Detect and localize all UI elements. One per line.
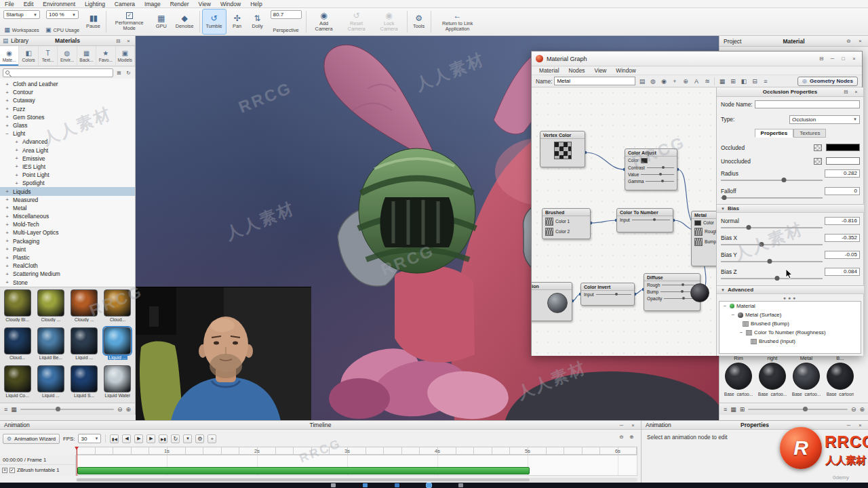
material-thumbnail[interactable]: Cloud... bbox=[1, 326, 34, 364]
track-row-label[interactable]: + ✓ ZBrush turntable 1 bbox=[0, 465, 75, 475]
expander-icon[interactable]: + bbox=[14, 147, 20, 153]
menu-nodes[interactable]: Nodes bbox=[564, 67, 590, 74]
menu-camera[interactable]: Camera bbox=[110, 1, 140, 7]
tree-item-selected[interactable]: +Liquids bbox=[0, 187, 135, 195]
zoom-out-icon[interactable]: ⊖ bbox=[117, 406, 123, 413]
mini-slider[interactable] bbox=[632, 220, 670, 220]
save-icon[interactable]: ▤ bbox=[637, 77, 646, 85]
turntable-animation-bar[interactable] bbox=[77, 467, 530, 474]
menu-render[interactable]: Render bbox=[165, 1, 194, 7]
add-keyframe-button[interactable]: + bbox=[208, 434, 216, 443]
bias-section-header[interactable]: ▼Bias bbox=[717, 204, 864, 213]
material-thumbnail[interactable]: Liquid Be... bbox=[34, 326, 67, 364]
radius-value[interactable]: 0.282 bbox=[825, 169, 860, 178]
mini-slider[interactable] bbox=[596, 294, 631, 295]
reset-camera-button[interactable]: ↺Reset Camera bbox=[341, 9, 372, 35]
performance-mode-button[interactable]: ✓Performance Mode bbox=[108, 9, 151, 35]
cpu-usage-select[interactable]: 100 %▼ bbox=[46, 10, 79, 19]
zoom-in-icon[interactable]: ⊕ bbox=[628, 433, 635, 441]
list-icon[interactable]: ≡ bbox=[761, 77, 770, 85]
close-icon[interactable]: × bbox=[850, 55, 858, 62]
normal-value[interactable]: -0.816 bbox=[825, 217, 860, 225]
bias-x-value[interactable]: -0.352 bbox=[825, 234, 860, 242]
mini-slider[interactable] bbox=[647, 167, 674, 168]
color-swatch[interactable] bbox=[694, 220, 701, 226]
tree-item[interactable]: +Stone bbox=[0, 279, 135, 287]
bias-x-slider[interactable] bbox=[721, 244, 823, 245]
expander-icon[interactable]: − bbox=[722, 303, 728, 309]
taskbar-app-icon-active[interactable] bbox=[427, 483, 431, 487]
thumbnail-size-slider[interactable] bbox=[20, 409, 114, 410]
list-view-icon[interactable]: ≡ bbox=[4, 406, 7, 413]
material-sphere[interactable] bbox=[725, 363, 752, 390]
expander-icon[interactable]: − bbox=[730, 312, 736, 318]
falloff-value[interactable]: 0 bbox=[825, 187, 860, 195]
dock-icon[interactable]: ⊟ bbox=[818, 55, 825, 62]
node-occlusion[interactable]: Occlusion bbox=[532, 282, 572, 321]
material-thumbnail-selected[interactable]: Liquid ... bbox=[101, 326, 134, 364]
expander-icon[interactable]: + bbox=[4, 230, 10, 236]
workspaces-group[interactable]: Startup▼ ▦Workspaces bbox=[1, 9, 42, 35]
menu-window[interactable]: Window bbox=[611, 67, 641, 74]
mini-slider[interactable] bbox=[662, 285, 697, 285]
expander-icon[interactable]: + bbox=[4, 106, 10, 112]
node-color-invert[interactable]: Color Invert Input bbox=[580, 283, 635, 306]
tab-environments[interactable]: ◍Envir... bbox=[58, 46, 77, 66]
denoise-button[interactable]: ◆Denoise bbox=[172, 9, 197, 35]
tree-item[interactable]: +Fuzz bbox=[0, 105, 135, 113]
tree-item[interactable]: +Spotlight bbox=[0, 179, 135, 187]
tree-item[interactable]: +Cutaway bbox=[0, 96, 135, 104]
play-button[interactable]: ▶ bbox=[134, 434, 143, 443]
expander-icon[interactable]: + bbox=[4, 188, 10, 195]
animation-wizard-button[interactable]: ⚙Animation Wizard bbox=[3, 434, 60, 444]
node-diffuse[interactable]: Diffuse Rough Bump Opacity bbox=[644, 273, 701, 311]
cpu-usage-group[interactable]: 100 %▼ ▣CPU Usage bbox=[43, 9, 81, 35]
taskbar-app-icon[interactable] bbox=[395, 483, 399, 487]
camera-icon[interactable]: ◉ bbox=[659, 77, 668, 85]
node-vertex-color[interactable]: Vertex Color bbox=[540, 131, 585, 167]
taskbar-app-icon[interactable] bbox=[331, 483, 336, 487]
menu-edit[interactable]: Edit bbox=[19, 1, 39, 7]
expander-icon[interactable]: + bbox=[4, 98, 10, 104]
split-icon[interactable]: ◧ bbox=[739, 77, 748, 85]
texture-icon[interactable] bbox=[814, 158, 822, 165]
bias-z-value[interactable]: 0.084 bbox=[825, 268, 860, 276]
expander-icon[interactable]: − bbox=[4, 131, 10, 137]
perspective-group[interactable]: 80.7 Perspective bbox=[269, 9, 304, 35]
material-sphere[interactable] bbox=[793, 363, 820, 390]
filter-icon[interactable]: ⊞ bbox=[740, 406, 745, 413]
tree-item[interactable]: +Advanced bbox=[0, 138, 135, 146]
skip-start-button[interactable]: ▮◀ bbox=[110, 434, 119, 443]
zoom-out-icon[interactable]: ⊖ bbox=[618, 433, 625, 441]
tree-item[interactable]: +Point Light bbox=[0, 171, 135, 179]
scrollbar-thumb[interactable] bbox=[77, 479, 530, 481]
expander-icon[interactable]: + bbox=[4, 205, 10, 211]
type-select[interactable]: Occlusion▼ bbox=[789, 115, 860, 124]
grid-view-icon[interactable]: ▦ bbox=[11, 406, 17, 413]
falloff-slider[interactable] bbox=[721, 197, 823, 199]
tree-item[interactable]: +Packaging bbox=[0, 237, 135, 245]
tree-item[interactable]: +Paint bbox=[0, 245, 135, 253]
tab-textures[interactable]: TText... bbox=[39, 46, 58, 66]
zoom-icon[interactable]: ⊕ bbox=[681, 77, 690, 85]
settings-button[interactable]: ⚙ bbox=[195, 434, 204, 443]
node-canvas[interactable]: Vertex Color Color Adjust Color Contrast… bbox=[532, 87, 716, 356]
occluded-swatch[interactable] bbox=[826, 144, 860, 151]
tree-item[interactable]: +IES Light bbox=[0, 163, 135, 171]
playhead[interactable] bbox=[77, 447, 77, 476]
node-metal[interactable]: Metal Color Rough Bump bbox=[691, 211, 716, 266]
tab-backplates[interactable]: ▦Back... bbox=[77, 46, 96, 66]
thumbnail-size-slider[interactable] bbox=[748, 409, 848, 410]
grid-view-icon[interactable]: ▦ bbox=[730, 406, 736, 413]
expander-icon[interactable]: + bbox=[2, 468, 7, 473]
expander-icon[interactable]: + bbox=[4, 123, 10, 129]
resize-grip-dots[interactable]: ●●● bbox=[717, 296, 864, 300]
bias-z-slider[interactable] bbox=[721, 278, 823, 279]
expander-icon[interactable]: + bbox=[4, 214, 10, 220]
tree-node-material[interactable]: −Material bbox=[719, 302, 861, 310]
maximize-icon[interactable]: □ bbox=[840, 55, 847, 62]
layout-icon[interactable]: ⊞ bbox=[728, 77, 737, 85]
fps-select[interactable]: 30▼ bbox=[78, 434, 101, 443]
tab-materials[interactable]: ◉Mate... bbox=[0, 46, 19, 66]
tree-node-color-to-number[interactable]: −Color To Number (Roughness) bbox=[719, 328, 861, 337]
